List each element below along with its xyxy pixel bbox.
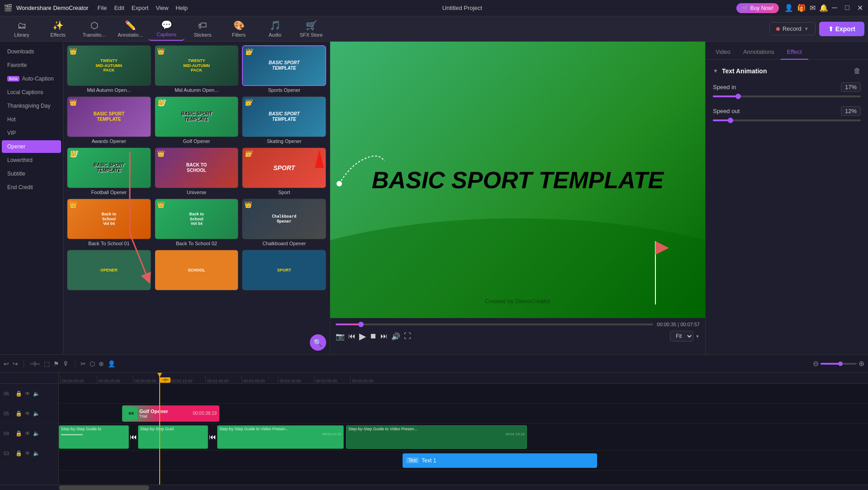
toolbar-sfx[interactable]: 🛒 SFX Store: [293, 17, 329, 41]
timeline-ruler[interactable]: 00:00:00:00 00:00:25:00 00:00:50:00 00:0…: [59, 373, 868, 384]
track-04-eye-icon[interactable]: 👁: [25, 430, 30, 437]
cut-button[interactable]: ✂: [81, 360, 86, 367]
track-05-lock-icon[interactable]: 🔒: [15, 410, 22, 417]
stop-button[interactable]: ⏹: [370, 332, 377, 340]
template-sport[interactable]: 👑 SPORT Sport: [242, 147, 326, 195]
track-05-mute-icon[interactable]: 🔈: [33, 410, 40, 417]
buy-now-button[interactable]: 🛒 Buy Now!: [736, 3, 779, 13]
video-clip-1[interactable]: Step-by-Step Guide to ▬▬▬▬▬▬: [59, 425, 129, 449]
toolbar-captions[interactable]: 💬 Captions: [148, 17, 185, 41]
toolbar-audio[interactable]: 🎵 Audio: [257, 17, 293, 41]
track-06-eye-icon[interactable]: 👁: [25, 390, 30, 397]
template-skating-opener[interactable]: 👑 BASIC SPORTTEMPLATE Skating Opener: [242, 96, 326, 144]
play-button[interactable]: ▶: [359, 331, 366, 342]
template-mid-autumn-1[interactable]: TWENTYMID-AUTUMNPACK 👑 Mid Autumn Open..…: [67, 45, 151, 93]
template-football-opener[interactable]: 👑 BASIC SPORTTEMPLATE Football Opener: [67, 147, 151, 195]
undo-button[interactable]: ↩: [4, 360, 9, 367]
track-04-mute-icon[interactable]: 🔈: [33, 430, 40, 437]
screenshot-button[interactable]: 📷: [336, 332, 345, 341]
sidebar-item-subtitle[interactable]: Subtitle: [2, 167, 61, 180]
bell-icon[interactable]: 🔔: [819, 4, 828, 12]
toolbar-effects[interactable]: ✨ Effects: [40, 17, 76, 41]
delete-effect-button[interactable]: 🗑: [854, 67, 861, 75]
fit-select[interactable]: Fit: [670, 331, 693, 342]
template-universe[interactable]: 👑 BACK TOSCHOOL Universe: [155, 147, 239, 195]
track-03-lock-icon[interactable]: 🔒: [15, 450, 22, 457]
record-button[interactable]: Record ▼: [769, 22, 816, 35]
track-06-mute-icon[interactable]: 🔈: [33, 390, 40, 397]
fullscreen-button[interactable]: ⛶: [404, 332, 411, 340]
zoom-slider[interactable]: [821, 363, 857, 365]
marker-button[interactable]: ⚑: [53, 360, 59, 367]
playhead[interactable]: [159, 373, 160, 485]
sidebar-item-opener[interactable]: Opener: [2, 140, 61, 153]
clip-text-1[interactable]: Text Text 1: [403, 453, 597, 468]
menu-edit[interactable]: Edit: [114, 5, 124, 11]
speed-out-thumb[interactable]: [728, 118, 733, 123]
toolbar-filters[interactable]: 🎨 Filters: [221, 17, 257, 41]
shape-button[interactable]: ⬡: [90, 360, 95, 367]
split-button[interactable]: ⊣⊢: [29, 360, 40, 367]
transition-1[interactable]: ⏮: [129, 425, 138, 449]
sidebar-item-end-credit[interactable]: End Credit: [2, 181, 61, 194]
video-clip-2[interactable]: Step-by-Step Guid: [138, 425, 208, 449]
next-button[interactable]: ⏭: [380, 332, 388, 340]
add-button[interactable]: ⊕: [99, 360, 104, 367]
video-clip-3[interactable]: Step-by-Step Guide to Video Presen... 00…: [217, 425, 344, 449]
record-dropdown-icon[interactable]: ▼: [804, 26, 809, 31]
toolbar-stickers[interactable]: 🏷 Stickers: [185, 17, 221, 41]
template-more-2[interactable]: SCHOOL: [155, 250, 239, 290]
prev-button[interactable]: ⏮: [348, 332, 356, 340]
crop-button[interactable]: ⬚: [44, 360, 50, 367]
sidebar-item-favorite[interactable]: Favorite: [2, 59, 61, 71]
sidebar-item-thanksgiving[interactable]: Thanksgiving Day: [2, 100, 61, 112]
template-more-1[interactable]: OPENER: [67, 250, 151, 290]
template-back-to-school-2[interactable]: 👑 Back toSchoolVol 04 Back To School 02: [155, 199, 239, 246]
timeline-scroll-thumb[interactable]: [59, 485, 149, 490]
transition-2[interactable]: ⏮: [208, 425, 217, 449]
gift-icon[interactable]: 🎁: [797, 4, 806, 12]
volume-button[interactable]: 🔊: [391, 332, 400, 341]
toolbar-transitions[interactable]: ⬡ Transitio...: [76, 17, 112, 41]
tab-effect[interactable]: Effect: [781, 45, 808, 60]
template-more-3[interactable]: SPORT: [242, 250, 326, 290]
sidebar-item-lowerthird[interactable]: Lowerthird: [2, 154, 61, 167]
minimize-button[interactable]: ─: [830, 4, 839, 12]
sidebar-item-local-captions[interactable]: Local Captions: [2, 86, 61, 99]
track-03-eye-icon[interactable]: 👁: [25, 450, 30, 457]
menu-file[interactable]: File: [97, 5, 107, 11]
track-06-lock-icon[interactable]: 🔒: [15, 390, 22, 397]
redo-button[interactable]: ↪: [13, 360, 18, 367]
sidebar-item-vip[interactable]: VIP: [2, 127, 61, 139]
template-sports-opener[interactable]: 👑 BASIC SPORTTEMPLATE Sports Opener: [242, 45, 326, 93]
mail-icon[interactable]: ✉: [810, 4, 816, 12]
speed-in-thumb[interactable]: [735, 94, 741, 99]
sidebar-item-auto-caption[interactable]: Beta Auto-Caption: [2, 72, 61, 85]
maximize-button[interactable]: □: [843, 4, 852, 12]
template-awards-opener[interactable]: 👑 BASIC SPORTTEMPLATE Awards Opener: [67, 96, 151, 144]
speed-out-slider[interactable]: [713, 119, 861, 121]
template-chalkboard[interactable]: 👑 ChalkboardOpener Chalkboard Opener: [242, 199, 326, 246]
timeline-scrollbar[interactable]: [0, 485, 868, 490]
template-mid-autumn-2[interactable]: TWENTYMID-AUTUMNPACK 👑 Mid Autumn Open..…: [155, 45, 239, 93]
menu-export[interactable]: Export: [132, 5, 149, 11]
search-fab-button[interactable]: 🔍: [310, 334, 326, 351]
template-golf-opener[interactable]: 👑 BASIC SPORTTEMPLATE Golf Opener: [155, 96, 239, 144]
user-icon[interactable]: 👤: [784, 4, 793, 12]
track-03-mute-icon[interactable]: 🔈: [33, 450, 40, 457]
menu-view[interactable]: View: [156, 5, 168, 11]
record-voice-button[interactable]: 🎙: [63, 360, 69, 367]
menu-help[interactable]: Help: [175, 5, 188, 11]
sidebar-item-hot[interactable]: Hot: [2, 113, 61, 126]
zoom-thumb[interactable]: [838, 362, 843, 366]
track-05-eye-icon[interactable]: 👁: [25, 410, 30, 417]
track-04-lock-icon[interactable]: 🔒: [15, 430, 22, 437]
tab-annotations[interactable]: Annotations: [737, 45, 781, 60]
speed-in-slider[interactable]: [713, 95, 861, 97]
toolbar-annotations[interactable]: ✏️ Annotatio...: [112, 17, 148, 41]
tab-video[interactable]: Video: [709, 45, 737, 60]
sidebar-item-downloads[interactable]: Downloads: [2, 45, 61, 58]
video-clip-4[interactable]: Step-by-Step Guide to Video Presen... 00…: [346, 425, 527, 449]
close-button[interactable]: ✕: [855, 4, 864, 12]
preview-progress-bar[interactable]: [336, 323, 653, 325]
